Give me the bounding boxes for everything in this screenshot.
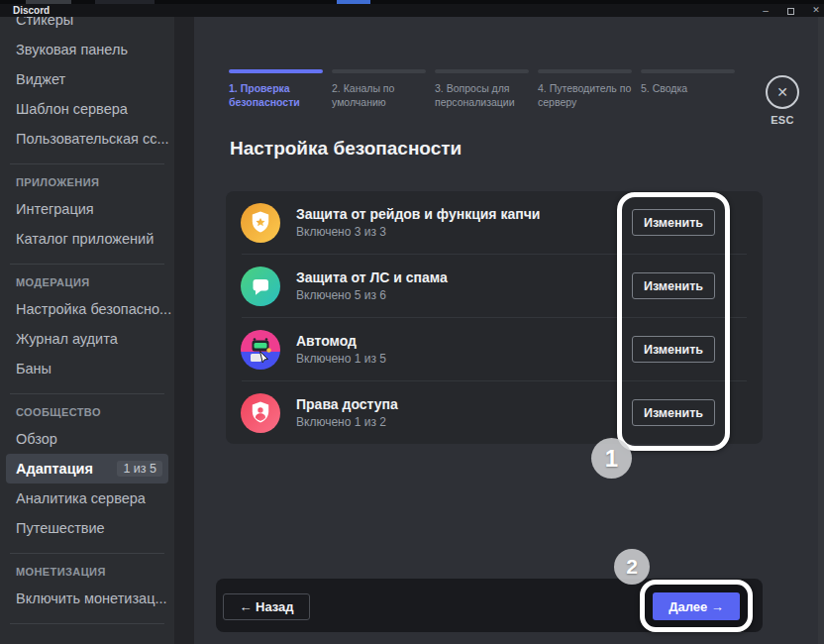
- sidebar-item-label: Звуковая панель: [16, 42, 128, 57]
- discord-window: Discord – ✕ Стикеры Звуковая панель Видж…: [0, 0, 824, 644]
- security-row-status: Включено 1 из 2: [296, 415, 398, 429]
- edit-raid-protection-button[interactable]: Изменить: [632, 209, 715, 236]
- dm-spam-chat-bubble-icon: [241, 267, 280, 306]
- raid-protection-shield-star-icon: [241, 203, 280, 243]
- sidebar-scrollbar[interactable]: [174, 17, 194, 644]
- security-row-text: Защита от ЛС и спама Включено 5 из 6: [296, 269, 448, 302]
- close-icon[interactable]: ✕: [808, 4, 824, 17]
- sidebar-section-apps: ПРИЛОЖЕНИЯ: [0, 170, 174, 194]
- onboarding-progress-badge: 1 из 5: [117, 461, 162, 477]
- sidebar-item-stickers[interactable]: Стикеры: [0, 17, 174, 35]
- sidebar-item-label: Виджет: [16, 71, 65, 87]
- step-progress-bar: [538, 69, 632, 73]
- security-row-status: Включено 1 из 5: [296, 352, 386, 366]
- step-server-guide[interactable]: 4. Путеводитель по серверу: [538, 69, 632, 109]
- annotation-badge-1: 1: [591, 438, 632, 479]
- security-row-status: Включено 5 из 6: [296, 288, 448, 302]
- sidebar-divider: [10, 163, 164, 164]
- security-row-title: Защита от ЛС и спама: [296, 269, 448, 285]
- back-button[interactable]: ← Назад: [223, 593, 310, 620]
- sidebar-item-safety-setup[interactable]: Настройка безопасно...: [0, 294, 174, 324]
- sidebar-section-monetization: МОНЕТИЗАЦИЯ: [0, 560, 174, 584]
- window-titlebar: Discord – ✕: [0, 4, 824, 17]
- security-row-title: Автомод: [296, 333, 386, 349]
- step-personalization-questions[interactable]: 3. Вопросы для персонализации: [435, 69, 529, 109]
- sidebar-item-server-analytics[interactable]: Аналитика сервера: [0, 483, 174, 513]
- step-label: 1. Проверка безопасности: [229, 81, 323, 109]
- step-progress-bar: [435, 69, 529, 73]
- page-title: Настройка безопасности: [230, 138, 462, 160]
- minimize-icon[interactable]: –: [758, 4, 773, 17]
- close-x-icon: ✕: [766, 75, 799, 109]
- sidebar-item-label: Баны: [16, 361, 52, 376]
- sidebar-item-widget[interactable]: Виджет: [0, 64, 174, 94]
- esc-close-button[interactable]: ✕ ESC: [764, 75, 801, 126]
- sidebar-item-label: Интеграция: [16, 201, 94, 217]
- sidebar-item-audit-log[interactable]: Журнал аудита: [0, 324, 174, 354]
- sidebar-item-label: Журнал аудита: [16, 331, 118, 347]
- next-button[interactable]: Далее →: [653, 592, 740, 620]
- sidebar-item-label: Пользовательская сс...: [16, 131, 169, 147]
- step-default-channels[interactable]: 2. Каналы по умолчанию: [332, 69, 426, 109]
- sidebar-item-label: Аналитика сервера: [16, 490, 146, 506]
- step-label: 2. Каналы по умолчанию: [332, 81, 426, 109]
- security-row-raid-protection: Защита от рейдов и функция капчи Включен…: [226, 191, 763, 254]
- sidebar-item-server-template[interactable]: Шаблон сервера: [0, 94, 174, 124]
- security-setup-card: Защита от рейдов и функция капчи Включен…: [226, 191, 763, 444]
- step-label: 3. Вопросы для персонализации: [435, 81, 529, 109]
- sidebar-item-label: Адаптация: [16, 461, 93, 477]
- step-summary[interactable]: 5. Сводка: [641, 69, 735, 109]
- sidebar-item-app-directory[interactable]: Каталог приложений: [0, 224, 174, 254]
- security-row-title: Защита от рейдов и функция капчи: [296, 206, 540, 222]
- sidebar-item-label: Путешествие: [16, 520, 105, 536]
- security-row-status: Включено 3 из 3: [296, 225, 540, 239]
- sidebar-item-overview[interactable]: Обзор: [0, 424, 174, 454]
- security-row-title: Права доступа: [296, 396, 398, 412]
- sidebar-divider: [10, 553, 164, 554]
- edit-automod-button[interactable]: Изменить: [632, 336, 715, 363]
- maximize-icon[interactable]: [787, 8, 794, 15]
- security-row-permissions: Права доступа Включено 1 из 2 Изменить: [226, 381, 763, 444]
- sidebar-divider: [10, 264, 164, 265]
- esc-label: ESC: [764, 114, 801, 126]
- window-title: Discord: [13, 4, 50, 17]
- security-row-dm-spam: Защита от ЛС и спама Включено 5 из 6 Изм…: [226, 255, 763, 317]
- sidebar-item-label: Включить монетизац...: [16, 590, 167, 606]
- edit-permissions-button[interactable]: Изменить: [632, 399, 715, 426]
- step-label: 4. Путеводитель по серверу: [538, 81, 632, 109]
- sidebar-item-label: Настройка безопасно...: [16, 301, 171, 317]
- settings-sidebar: Стикеры Звуковая панель Виджет Шаблон се…: [0, 17, 174, 644]
- security-row-text: Автомод Включено 1 из 5: [296, 333, 386, 366]
- security-row-text: Защита от рейдов и функция капчи Включен…: [296, 206, 540, 239]
- sidebar-item-label: Шаблон сервера: [16, 101, 128, 117]
- sidebar-divider: [10, 623, 164, 624]
- step-progress-bar: [332, 69, 426, 73]
- sidebar-item-label: Обзор: [16, 431, 57, 447]
- step-label: 5. Сводка: [641, 81, 735, 95]
- close-x-glyph: ✕: [776, 84, 788, 100]
- permissions-member-shield-icon: [241, 393, 280, 433]
- sidebar-item-custom-link[interactable]: Пользовательская сс...: [0, 124, 174, 154]
- security-row-automod: Автомод Включено 1 из 5 Изменить: [226, 318, 763, 380]
- sidebar-divider: [10, 393, 164, 394]
- sidebar-item-bans[interactable]: Баны: [0, 354, 174, 383]
- security-row-text: Права доступа Включено 1 из 2: [296, 396, 398, 429]
- automod-robot-icon: [241, 330, 280, 370]
- edit-dm-spam-button[interactable]: Изменить: [632, 272, 715, 299]
- step-safety-check[interactable]: 1. Проверка безопасности: [229, 69, 323, 109]
- sidebar-item-onboarding[interactable]: Адаптация 1 из 5: [6, 454, 168, 483]
- onboarding-stepper: 1. Проверка безопасности 2. Каналы по ум…: [229, 69, 735, 109]
- sidebar-item-label: Каталог приложений: [16, 231, 154, 247]
- step-progress-bar: [229, 69, 323, 73]
- sidebar-item-journey[interactable]: Путешествие: [0, 513, 174, 543]
- sidebar-section-moderation: МОДЕРАЦИЯ: [0, 270, 174, 294]
- sidebar-item-soundboard[interactable]: Звуковая панель: [0, 35, 174, 64]
- sidebar-item-integrations[interactable]: Интеграция: [0, 194, 174, 224]
- step-progress-bar: [641, 69, 735, 73]
- sidebar-item-enable-monetization[interactable]: Включить монетизац...: [0, 584, 174, 613]
- window-right-edge: [818, 17, 824, 644]
- sidebar-item-label: Стикеры: [16, 17, 73, 28]
- sidebar-section-community: СООБЩЕСТВО: [0, 400, 174, 424]
